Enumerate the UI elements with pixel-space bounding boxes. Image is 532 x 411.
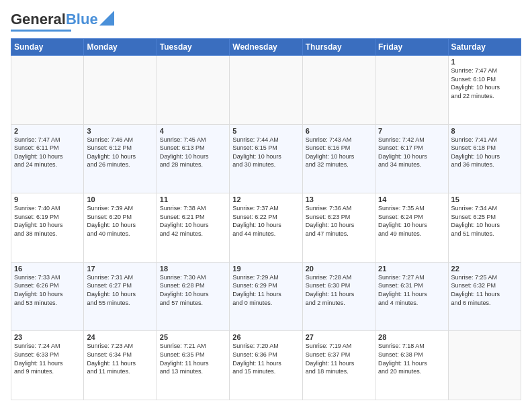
day-number: 23 [14, 333, 81, 341]
week-row-1: 2Sunrise: 7:47 AM Sunset: 6:11 PM Daylig… [11, 124, 521, 193]
day-number: 14 [378, 195, 445, 203]
day-number: 3 [87, 127, 153, 135]
cell-info: Sunrise: 7:36 AM Sunset: 6:23 PM Dayligh… [306, 204, 372, 238]
col-header-wednesday: Wednesday [230, 39, 302, 56]
cell-info: Sunrise: 7:46 AM Sunset: 6:12 PM Dayligh… [87, 136, 153, 169]
day-number: 13 [306, 195, 372, 203]
calendar-cell: 24Sunrise: 7:23 AM Sunset: 6:34 PM Dayli… [84, 331, 157, 400]
cell-info: Sunrise: 7:25 AM Sunset: 6:32 PM Dayligh… [451, 273, 518, 307]
cell-info: Sunrise: 7:23 AM Sunset: 6:34 PM Dayligh… [87, 342, 153, 375]
col-header-thursday: Thursday [302, 39, 375, 56]
calendar-cell: 23Sunrise: 7:24 AM Sunset: 6:33 PM Dayli… [11, 331, 84, 400]
calendar-cell: 15Sunrise: 7:34 AM Sunset: 6:25 PM Dayli… [448, 193, 521, 263]
calendar-cell: 22Sunrise: 7:25 AM Sunset: 6:32 PM Dayli… [448, 262, 521, 331]
day-number: 24 [87, 333, 153, 341]
day-number: 4 [160, 127, 226, 135]
calendar-cell [375, 56, 448, 125]
day-number: 21 [378, 265, 445, 273]
cell-info: Sunrise: 7:37 AM Sunset: 6:22 PM Dayligh… [232, 204, 299, 238]
cell-info: Sunrise: 7:41 AM Sunset: 6:18 PM Dayligh… [451, 136, 518, 169]
calendar-cell: 11Sunrise: 7:38 AM Sunset: 6:21 PM Dayli… [157, 193, 229, 263]
cell-info: Sunrise: 7:42 AM Sunset: 6:17 PM Dayligh… [378, 136, 445, 169]
calendar-cell: 7Sunrise: 7:42 AM Sunset: 6:17 PM Daylig… [375, 124, 448, 193]
calendar-cell [230, 56, 302, 125]
header: GeneralBlue [11, 11, 521, 32]
calendar-cell: 4Sunrise: 7:45 AM Sunset: 6:13 PM Daylig… [157, 124, 229, 193]
cell-info: Sunrise: 7:33 AM Sunset: 6:26 PM Dayligh… [14, 273, 81, 307]
day-number: 15 [451, 195, 518, 203]
cell-info: Sunrise: 7:43 AM Sunset: 6:16 PM Dayligh… [306, 136, 372, 169]
calendar-cell: 12Sunrise: 7:37 AM Sunset: 6:22 PM Dayli… [230, 193, 302, 263]
cell-info: Sunrise: 7:45 AM Sunset: 6:13 PM Dayligh… [160, 136, 226, 169]
logo-text: GeneralBlue [11, 12, 98, 27]
cell-info: Sunrise: 7:20 AM Sunset: 6:36 PM Dayligh… [232, 342, 299, 375]
calendar-cell: 18Sunrise: 7:30 AM Sunset: 6:28 PM Dayli… [157, 262, 229, 331]
cell-info: Sunrise: 7:44 AM Sunset: 6:15 PM Dayligh… [232, 136, 299, 169]
calendar-cell: 3Sunrise: 7:46 AM Sunset: 6:12 PM Daylig… [84, 124, 157, 193]
day-number: 1 [451, 58, 518, 66]
calendar-header-row: SundayMondayTuesdayWednesdayThursdayFrid… [11, 39, 521, 56]
calendar-cell: 25Sunrise: 7:21 AM Sunset: 6:35 PM Dayli… [157, 331, 229, 400]
day-number: 28 [378, 333, 445, 341]
calendar-cell: 9Sunrise: 7:40 AM Sunset: 6:19 PM Daylig… [11, 193, 84, 263]
cell-info: Sunrise: 7:30 AM Sunset: 6:28 PM Dayligh… [160, 273, 226, 307]
calendar-cell [84, 56, 157, 125]
calendar-cell: 2Sunrise: 7:47 AM Sunset: 6:11 PM Daylig… [11, 124, 84, 193]
page: GeneralBlue SundayMondayTuesdayWednesday… [0, 0, 532, 411]
day-number: 5 [232, 127, 299, 135]
day-number: 8 [451, 127, 518, 135]
calendar-cell [448, 331, 521, 400]
calendar-cell [157, 56, 229, 125]
calendar-cell: 16Sunrise: 7:33 AM Sunset: 6:26 PM Dayli… [11, 262, 84, 331]
cell-info: Sunrise: 7:27 AM Sunset: 6:31 PM Dayligh… [378, 273, 445, 307]
svg-marker-0 [99, 11, 114, 26]
day-number: 17 [87, 265, 153, 273]
cell-info: Sunrise: 7:24 AM Sunset: 6:33 PM Dayligh… [14, 342, 81, 375]
cell-info: Sunrise: 7:47 AM Sunset: 6:10 PM Dayligh… [451, 66, 518, 100]
calendar-cell: 20Sunrise: 7:28 AM Sunset: 6:30 PM Dayli… [302, 262, 375, 331]
cell-info: Sunrise: 7:40 AM Sunset: 6:19 PM Dayligh… [14, 204, 81, 238]
col-header-tuesday: Tuesday [157, 39, 229, 56]
calendar-cell: 17Sunrise: 7:31 AM Sunset: 6:27 PM Dayli… [84, 262, 157, 331]
calendar-cell: 14Sunrise: 7:35 AM Sunset: 6:24 PM Dayli… [375, 193, 448, 263]
week-row-3: 16Sunrise: 7:33 AM Sunset: 6:26 PM Dayli… [11, 262, 521, 331]
day-number: 11 [160, 195, 226, 203]
calendar-cell [302, 56, 375, 125]
day-number: 2 [14, 127, 81, 135]
calendar-cell: 1Sunrise: 7:47 AM Sunset: 6:10 PM Daylig… [448, 56, 521, 125]
calendar-cell: 27Sunrise: 7:19 AM Sunset: 6:37 PM Dayli… [302, 331, 375, 400]
week-row-0: 1Sunrise: 7:47 AM Sunset: 6:10 PM Daylig… [11, 56, 521, 125]
week-row-2: 9Sunrise: 7:40 AM Sunset: 6:19 PM Daylig… [11, 193, 521, 263]
day-number: 16 [14, 265, 81, 273]
day-number: 10 [87, 195, 153, 203]
calendar-cell: 19Sunrise: 7:29 AM Sunset: 6:29 PM Dayli… [230, 262, 302, 331]
day-number: 18 [160, 265, 226, 273]
calendar-cell [11, 56, 84, 125]
day-number: 7 [378, 127, 445, 135]
cell-info: Sunrise: 7:35 AM Sunset: 6:24 PM Dayligh… [378, 204, 445, 238]
cell-info: Sunrise: 7:39 AM Sunset: 6:20 PM Dayligh… [87, 204, 153, 238]
cell-info: Sunrise: 7:34 AM Sunset: 6:25 PM Dayligh… [451, 204, 518, 238]
day-number: 27 [306, 333, 372, 341]
day-number: 22 [451, 265, 518, 273]
col-header-saturday: Saturday [448, 39, 521, 56]
cell-info: Sunrise: 7:18 AM Sunset: 6:38 PM Dayligh… [378, 342, 445, 375]
day-number: 12 [232, 195, 299, 203]
calendar-cell: 5Sunrise: 7:44 AM Sunset: 6:15 PM Daylig… [230, 124, 302, 193]
calendar-cell: 13Sunrise: 7:36 AM Sunset: 6:23 PM Dayli… [302, 193, 375, 263]
col-header-sunday: Sunday [11, 39, 84, 56]
cell-info: Sunrise: 7:28 AM Sunset: 6:30 PM Dayligh… [306, 273, 372, 307]
calendar-cell: 8Sunrise: 7:41 AM Sunset: 6:18 PM Daylig… [448, 124, 521, 193]
calendar-cell: 6Sunrise: 7:43 AM Sunset: 6:16 PM Daylig… [302, 124, 375, 193]
cell-info: Sunrise: 7:47 AM Sunset: 6:11 PM Dayligh… [14, 136, 81, 169]
cell-info: Sunrise: 7:29 AM Sunset: 6:29 PM Dayligh… [232, 273, 299, 307]
day-number: 26 [232, 333, 299, 341]
col-header-monday: Monday [84, 39, 157, 56]
week-row-4: 23Sunrise: 7:24 AM Sunset: 6:33 PM Dayli… [11, 331, 521, 400]
cell-info: Sunrise: 7:38 AM Sunset: 6:21 PM Dayligh… [160, 204, 226, 238]
logo: GeneralBlue [11, 11, 114, 32]
day-number: 20 [306, 265, 372, 273]
logo-icon [99, 11, 114, 26]
calendar: SundayMondayTuesdayWednesdayThursdayFrid… [11, 38, 521, 400]
calendar-cell: 26Sunrise: 7:20 AM Sunset: 6:36 PM Dayli… [230, 331, 302, 400]
